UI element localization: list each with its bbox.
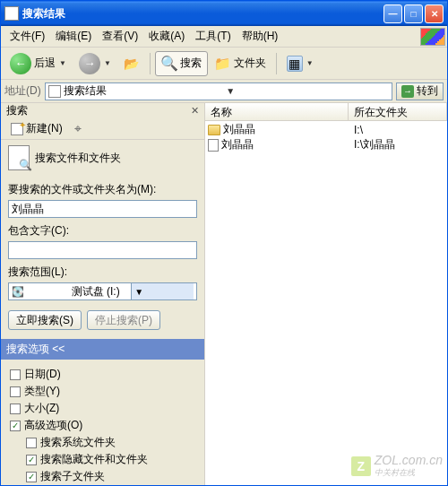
new-search-label: 新建(N) — [26, 121, 63, 136]
folders-button[interactable]: 📁 文件夹 — [210, 52, 271, 75]
forward-button[interactable]: → ▼ — [73, 49, 116, 78]
back-arrow-icon: ← — [10, 53, 31, 74]
address-label: 地址(D) — [4, 83, 41, 99]
window-title: 搜索结果 — [22, 6, 383, 22]
address-value: 搜索结果 — [64, 83, 227, 99]
sys-checkbox[interactable] — [26, 438, 37, 448]
subfolders-checkbox[interactable] — [26, 472, 37, 482]
views-button[interactable]: ▦ ▼ — [281, 52, 319, 75]
watermark-text: ZOL.com.cn — [375, 453, 443, 467]
windows-logo-icon — [420, 28, 445, 46]
col-location[interactable]: 所在文件夹 — [349, 103, 447, 120]
hidden-checkbox[interactable] — [26, 455, 37, 465]
contains-input[interactable] — [8, 241, 197, 259]
subfolders-label: 搜索子文件夹 — [40, 469, 105, 484]
close-button[interactable]: ✕ — [425, 4, 444, 23]
scope-label: 搜索范围(L): — [8, 265, 197, 280]
menu-help[interactable]: 帮助(H) — [237, 27, 284, 46]
menu-edit[interactable]: 编辑(E) — [50, 27, 97, 46]
col-name[interactable]: 名称 — [205, 103, 349, 120]
results-list: 刘晶晶 I:\ 刘晶晶 I:\刘晶晶 — [205, 121, 447, 485]
result-location: I:\刘晶晶 — [349, 137, 447, 152]
result-name: 刘晶晶 — [223, 122, 255, 137]
results-pane: 名称 所在文件夹 刘晶晶 I:\ 刘晶晶 I:\刘晶晶 — [205, 103, 447, 485]
search-toolbar-button[interactable]: 🔍 搜索 — [155, 51, 208, 76]
result-row[interactable]: 刘晶晶 I:\刘晶晶 — [205, 137, 447, 152]
new-search-icon — [11, 123, 23, 135]
up-button[interactable]: 📂 — [118, 52, 145, 75]
search-pane-title: 搜索 — [6, 103, 28, 118]
back-label: 后退 — [34, 56, 56, 71]
menu-file[interactable]: 文件(F) — [4, 27, 50, 46]
address-doc-icon — [48, 85, 61, 98]
search-section-title: 搜索文件和文件夹 — [35, 151, 121, 166]
doc-result-icon — [208, 139, 219, 152]
search-label: 搜索 — [180, 56, 202, 71]
folder-result-icon — [208, 125, 220, 135]
menu-favorites[interactable]: 收藏(A) — [143, 27, 190, 46]
size-checkbox[interactable] — [10, 404, 21, 414]
date-label: 日期(D) — [24, 367, 61, 382]
views-icon: ▦ — [287, 56, 303, 72]
scope-dropdown-icon[interactable]: ▼ — [131, 283, 194, 299]
address-input[interactable]: 搜索结果 ▼ — [45, 82, 392, 100]
search-pane: 搜索 ✕ 新建(N) ⌖ 搜索文件和文件夹 要搜索的文件或文件夹名为(M): 包… — [1, 103, 205, 485]
forward-arrow-icon: → — [79, 53, 100, 74]
go-label: 转到 — [417, 83, 438, 99]
go-button[interactable]: → 转到 — [396, 82, 444, 100]
toolbar: ← 后退 ▼ → ▼ 📂 🔍 搜索 📁 文件夹 ▦ ▼ — [1, 48, 447, 80]
type-checkbox[interactable] — [10, 386, 21, 397]
forward-dropdown-icon: ▼ — [104, 59, 111, 67]
scope-value: 测试盘 (I:) — [72, 284, 128, 299]
watermark-subtext: 中关村在线 — [375, 467, 443, 479]
search-icon: 🔍 — [161, 56, 177, 72]
menu-view[interactable]: 查看(V) — [97, 27, 143, 46]
date-checkbox[interactable] — [10, 369, 21, 380]
results-header: 名称 所在文件夹 — [205, 103, 447, 121]
result-name: 刘晶晶 — [221, 137, 254, 152]
back-dropdown-icon: ▼ — [59, 59, 66, 67]
sys-label: 搜索系统文件夹 — [40, 435, 116, 450]
new-search-button[interactable]: 新建(N) — [6, 118, 67, 139]
watermark: Z ZOL.com.cn 中关村在线 — [351, 453, 443, 479]
folder-up-icon: 📂 — [124, 56, 140, 72]
app-icon — [4, 6, 19, 21]
customize-icon[interactable]: ⌖ — [73, 119, 83, 138]
name-input[interactable] — [8, 200, 197, 218]
search-pane-close[interactable]: ✕ — [191, 105, 199, 117]
address-dropdown-icon[interactable]: ▼ — [226, 86, 389, 96]
menu-tools[interactable]: 工具(T) — [190, 27, 236, 46]
type-label: 类型(Y) — [24, 384, 60, 399]
back-button[interactable]: ← 后退 ▼ — [4, 49, 72, 78]
drive-icon: 💽 — [12, 286, 68, 298]
minimize-button[interactable]: — — [383, 4, 402, 23]
views-dropdown-icon: ▼ — [306, 59, 314, 67]
contains-label: 包含文字(C): — [8, 223, 197, 239]
name-label: 要搜索的文件或文件夹名为(M): — [8, 182, 197, 197]
folder-icon: 📁 — [215, 56, 231, 72]
title-bar: 搜索结果 — □ ✕ — [1, 1, 447, 26]
watermark-logo-icon: Z — [351, 456, 371, 476]
go-arrow-icon: → — [401, 85, 414, 98]
menu-bar: 文件(F) 编辑(E) 查看(V) 收藏(A) 工具(T) 帮助(H) — [1, 26, 447, 48]
search-files-icon — [8, 145, 30, 170]
result-location: I:\ — [349, 124, 447, 136]
stop-search-button[interactable]: 停止搜索(P) — [87, 310, 160, 330]
size-label: 大小(Z) — [24, 401, 59, 416]
search-options-header[interactable]: 搜索选项 << — [1, 339, 204, 360]
result-row[interactable]: 刘晶晶 I:\ — [205, 122, 447, 137]
scope-combo[interactable]: 💽 测试盘 (I:) ▼ — [8, 282, 197, 300]
hidden-label: 搜索隐藏文件和文件夹 — [40, 452, 148, 467]
advanced-checkbox[interactable] — [10, 421, 21, 431]
address-bar: 地址(D) 搜索结果 ▼ → 转到 — [1, 80, 447, 103]
folders-label: 文件夹 — [234, 56, 266, 71]
maximize-button[interactable]: □ — [404, 4, 423, 23]
search-now-button[interactable]: 立即搜索(S) — [8, 310, 82, 330]
advanced-label: 高级选项(O) — [24, 418, 82, 433]
